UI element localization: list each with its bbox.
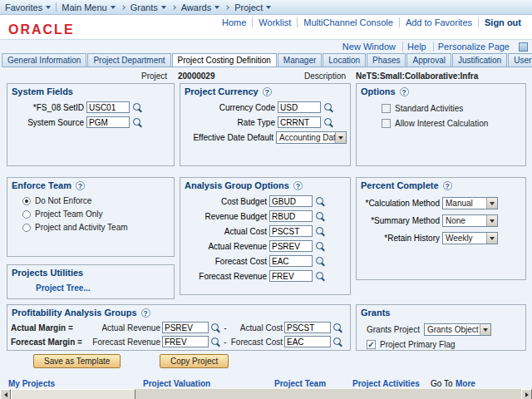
home-link[interactable]: Home [216,17,252,27]
actual-cost-input[interactable] [284,322,331,333]
breadcrumb-grants[interactable]: Grants [131,2,166,12]
lookup-icon[interactable] [323,102,334,113]
help-icon[interactable]: ? [400,87,409,96]
calculation-method-select[interactable]: Manual [442,197,498,209]
multichannel-console-link[interactable]: MultiChannel Console [297,17,399,27]
lookup-icon[interactable] [315,196,326,207]
allow-interest-calculation-checkbox[interactable] [382,119,391,128]
favorites-menu[interactable]: Favorites [5,2,51,12]
forecast-revenue-input[interactable] [162,336,209,347]
tab-justification[interactable]: Justification [452,53,507,66]
summary-method-select[interactable]: None [442,214,498,227]
help-link[interactable]: Help [402,42,431,52]
navigation-bar: Favorites Main Menu Grants Awards Projec… [0,0,532,15]
horizontal-scrollbar[interactable] [0,388,532,399]
lookup-icon[interactable] [323,117,334,128]
project-valuation-link[interactable]: Project Valuation [143,379,210,388]
retain-history-select[interactable]: Weekly [442,232,498,244]
project-team-link[interactable]: Project Team [274,379,326,388]
breadcrumb-awards[interactable]: Awards [181,2,219,12]
lookup-icon[interactable] [315,256,326,267]
group-title: Analysis Group Options [185,180,289,190]
actual-margin-label: Actual Margin = [11,323,87,332]
goto-more-link[interactable]: More [456,379,475,388]
save-as-template-button[interactable]: Save as Template [33,354,121,368]
tab-location[interactable]: Location [323,53,366,66]
cost-budget-input[interactable] [269,195,313,207]
field-row: Forecast Revenue [184,270,347,282]
header-band: ORACLE Home Worklist MultiChannel Consol… [0,15,532,40]
chevron-down-icon [46,6,51,9]
grants-project-select[interactable]: Grants Object [424,323,491,336]
project-activities-link[interactable]: Project Activities [352,379,420,388]
scroll-right-button[interactable] [521,389,532,399]
lookup-icon[interactable] [332,337,343,347]
forecast-revenue-input[interactable] [269,270,313,282]
add-to-favorites-link[interactable]: Add to Favorites [399,17,478,27]
breadcrumb-separator-icon [171,5,176,10]
lookup-icon[interactable] [132,102,143,113]
forecast-cost-input[interactable] [269,255,313,267]
tab-phases[interactable]: Phases [367,53,406,66]
actual-revenue-input[interactable] [162,322,209,333]
scroll-left-button[interactable] [0,389,11,399]
project-tree-link[interactable]: Project Tree... [36,283,91,293]
forecast-cost-input[interactable] [284,336,331,347]
lookup-icon[interactable] [315,211,326,222]
actual-revenue-label: Actual Revenue [184,242,267,251]
project-primary-flag-label: Project Primary Flag [380,340,456,349]
fs08-setid-input[interactable] [86,101,130,113]
help-icon[interactable]: ? [76,181,85,190]
help-icon[interactable]: ? [141,308,150,318]
worklist-link[interactable]: Worklist [252,17,297,27]
scrollbar-thumb[interactable] [11,389,135,399]
new-window-link[interactable]: New Window [338,42,400,52]
personalize-page-link[interactable]: Personalize Page [433,42,514,52]
project-team-only-radio[interactable] [22,210,31,219]
field-row: Effective Date Default Accounting Date [184,131,347,144]
do-not-enforce-radio[interactable] [22,197,31,205]
actual-revenue-input[interactable] [269,240,313,252]
lookup-icon[interactable] [315,226,326,237]
help-icon[interactable]: ? [263,87,272,96]
actual-cost-input[interactable] [269,225,313,237]
lookup-icon[interactable] [315,271,326,282]
tab-project-costing-definition[interactable]: Project Costing Definition [172,53,277,67]
breadcrumb-separator-icon [121,5,126,10]
breadcrumb-project[interactable]: Project [234,2,271,12]
lookup-icon[interactable] [315,241,326,252]
dropdown-arrow-icon [335,132,346,143]
chevron-down-icon [266,6,271,9]
tab-approval[interactable]: Approval [406,53,451,66]
lookup-icon[interactable] [332,323,343,333]
currency-code-input[interactable] [278,101,321,113]
dropdown-arrow-icon [486,198,497,209]
help-icon[interactable]: ? [293,181,303,190]
grid-icon[interactable] [519,42,528,52]
project-primary-flag-checkbox[interactable]: ✓ [367,340,376,349]
tab-general-information[interactable]: General Information [2,53,86,66]
lookup-icon[interactable] [210,323,221,333]
group-title: Profitability Analysis Groups [12,308,137,318]
standard-activities-checkbox[interactable] [382,104,391,113]
tab-manager[interactable]: Manager [278,53,322,66]
main-menu[interactable]: Main Menu [62,2,115,12]
tab-user-fields[interactable]: User Fields [508,53,532,66]
system-source-input[interactable] [86,116,130,128]
standard-activities-label: Standard Activities [395,104,463,113]
field-row: Cost Budget [184,195,347,207]
tab-strip: General Information Project Department P… [2,53,532,67]
rate-type-input[interactable] [278,116,321,128]
copy-project-button[interactable]: Copy Project [160,354,229,368]
effective-date-default-select[interactable]: Accounting Date [276,131,347,144]
my-projects-link[interactable]: My Projects [8,379,55,388]
lookup-icon[interactable] [210,337,221,347]
sign-out-link[interactable]: Sign out [478,17,527,27]
tab-project-department[interactable]: Project Department [87,53,170,66]
project-and-activity-team-radio[interactable] [22,224,31,232]
checkbox-row: Standard Activities [382,104,525,113]
revenue-budget-input[interactable] [269,210,313,222]
help-icon[interactable]: ? [443,181,452,190]
lookup-icon[interactable] [132,117,143,128]
forecast-margin-label: Forecast Margin = [11,337,87,347]
